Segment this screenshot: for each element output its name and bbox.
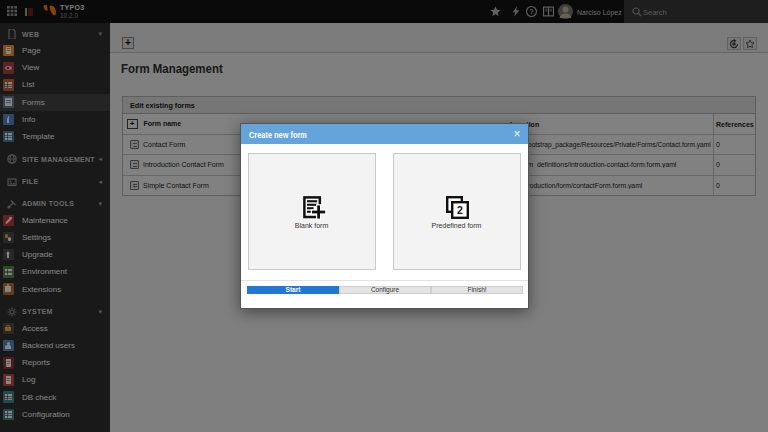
svg-text:2: 2 [457,204,463,216]
